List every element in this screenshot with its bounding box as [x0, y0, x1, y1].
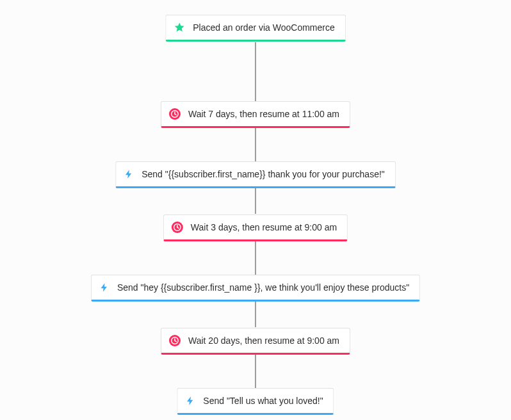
- bolt-icon: [185, 395, 195, 407]
- flow-step-action[interactable]: Send "Tell us what you loved!": [177, 388, 334, 415]
- step-label: Send "hey {{subscriber.first_name }}, we…: [117, 282, 409, 293]
- step-label: Wait 3 days, then resume at 9:00 am: [191, 222, 337, 233]
- step-label: Send "{{subscriber.first_name}} thank yo…: [142, 169, 385, 180]
- star-icon: [174, 22, 185, 33]
- bolt-icon: [99, 282, 110, 293]
- automation-flow: Placed an order via WooCommerce Wait 7 d…: [0, 0, 511, 420]
- step-label: Placed an order via WooCommerce: [193, 22, 335, 33]
- flow-connector: [255, 355, 256, 388]
- flow-step-action[interactable]: Send "hey {{subscriber.first_name }}, we…: [91, 275, 420, 302]
- step-label: Wait 7 days, then resume at 11:00 am: [188, 109, 339, 120]
- flow-step-action[interactable]: Send "{{subscriber.first_name}} thank yo…: [115, 161, 396, 188]
- bolt-icon: [124, 168, 134, 180]
- flow-connector: [255, 302, 256, 327]
- flow-step-wait[interactable]: Wait 20 days, then resume at 9:00 am: [161, 328, 350, 355]
- clock-icon: [169, 108, 181, 120]
- step-label: Wait 20 days, then resume at 9:00 am: [188, 335, 339, 346]
- flow-step-wait[interactable]: Wait 7 days, then resume at 11:00 am: [161, 101, 350, 128]
- flow-connector: [255, 128, 256, 161]
- flow-step-wait[interactable]: Wait 3 days, then resume at 9:00 am: [163, 214, 348, 241]
- flow-connector: [255, 188, 256, 214]
- clock-icon: [169, 335, 181, 346]
- flow-step-trigger[interactable]: Placed an order via WooCommerce: [165, 15, 346, 42]
- step-label: Send "Tell us what you loved!": [203, 396, 323, 407]
- flow-connector: [255, 42, 256, 101]
- clock-icon: [172, 222, 183, 233]
- flow-connector: [255, 241, 256, 275]
